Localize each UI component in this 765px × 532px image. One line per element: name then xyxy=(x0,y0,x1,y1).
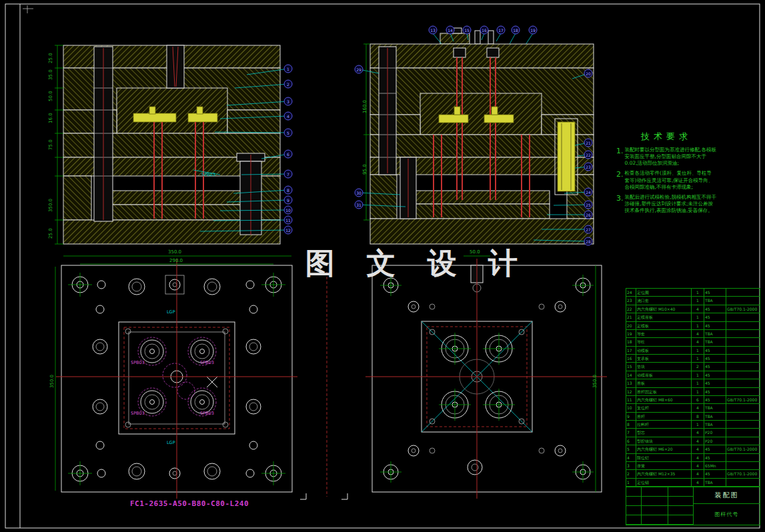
bom-row: 6 型腔镶块 4 P20 xyxy=(626,437,760,445)
bom-row: 21 定模座板 1 45 xyxy=(626,313,760,321)
balloon-callout: 23 xyxy=(584,163,593,171)
balloon-callout: 2 xyxy=(284,80,293,89)
bom-note xyxy=(726,388,760,395)
bom-qty: 4 xyxy=(692,445,704,453)
bom-seq: 24 xyxy=(626,289,636,296)
dimension-label: 290.0 xyxy=(169,258,183,263)
bom-name: 垫块 xyxy=(636,363,692,370)
bom-material: 45 xyxy=(704,445,726,453)
bom-name: 型腔镶块 xyxy=(636,437,692,445)
bom-qty: 4 xyxy=(692,462,704,469)
tech-requirements-title: 技术要求 xyxy=(616,131,716,143)
bom-row: 10 复位杆 4 T8A xyxy=(626,403,760,411)
bom-name: 限位钉 xyxy=(636,454,692,461)
balloon-callout: 14 xyxy=(446,26,455,35)
bom-seq: 20 xyxy=(626,322,636,329)
balloon-callout: 13 xyxy=(429,26,438,35)
bom-seq: 15 xyxy=(626,363,636,370)
watermark-text: 图 文 设 计 xyxy=(305,244,528,283)
balloon-callout: 7 xyxy=(284,170,293,179)
bom-qty: 1 xyxy=(692,355,704,362)
balloon-callout: 17 xyxy=(497,26,506,35)
balloon-callout: 10 xyxy=(284,206,293,215)
left-section-view xyxy=(55,45,288,244)
bom-row: 19 导套 4 T8A xyxy=(626,329,760,337)
part-label: SPB03 xyxy=(131,411,145,416)
bom-material: P20 xyxy=(704,429,726,436)
technical-requirements: 技术要求 1. 装配时要以分型面为基准进行修配,各模板安装面应平整,分型面贴合间… xyxy=(616,131,716,214)
bom-material: 45 xyxy=(704,305,726,313)
bom-name: 定模板 xyxy=(636,322,692,329)
balloon-callout: 20 xyxy=(584,69,593,78)
bom-qty: 1 xyxy=(692,289,704,296)
bom-seq: 22 xyxy=(626,305,636,313)
dimension-label: 75.0 xyxy=(48,139,53,150)
bom-name: 推杆 xyxy=(636,413,692,420)
bom-name: 内六角螺钉 M8×60 xyxy=(636,396,692,403)
bom-note xyxy=(726,462,760,469)
bom-note xyxy=(726,289,760,296)
bom-name: 导柱 xyxy=(636,338,692,345)
balloon-callout: 31 xyxy=(355,201,363,209)
bom-row: 9 推杆 8 T8A xyxy=(626,412,760,420)
bom-qty: 1 xyxy=(692,379,704,387)
balloon-callout: 4 xyxy=(284,112,293,121)
bom-seq: 5 xyxy=(626,445,636,453)
bom-note xyxy=(726,313,760,321)
dimension-label: 25.0 xyxy=(48,53,53,63)
bom-material: T8A xyxy=(704,421,726,428)
bom-name: 定位圈 xyxy=(636,289,692,296)
bom-qty: 1 xyxy=(692,322,704,329)
bom-material: 45 xyxy=(704,363,726,370)
part-label: SPB03 xyxy=(201,172,215,177)
balloon-callout: 8 xyxy=(284,186,293,195)
bom-material: 45 xyxy=(704,379,726,387)
drawing-code-label: 图样代号 xyxy=(694,504,760,525)
dimension-label: 95.0 xyxy=(362,164,367,175)
bom-note xyxy=(726,404,760,411)
bom-note xyxy=(726,363,760,370)
bom-note xyxy=(726,421,760,428)
dimension-label: 50.0 xyxy=(48,91,53,101)
bom-material: 45 xyxy=(704,388,726,395)
bom-seq: 3 xyxy=(626,462,636,469)
bom-seq: 16 xyxy=(626,355,636,362)
balloon-callout: 21 xyxy=(584,139,593,147)
balloon-callout: 29 xyxy=(355,65,363,74)
bom-note xyxy=(726,379,760,387)
bom-name: 内六角螺钉 M6×20 xyxy=(636,445,692,453)
tech-requirement-item: 3. 装配后进行试模检验,脱模机构相互不得干涉碰撞,塑件应达到设计要求;未注公差… xyxy=(616,194,716,214)
dimension-label: 160.0 xyxy=(362,100,367,113)
bom-qty: 4 xyxy=(692,330,704,337)
tech-item-number: 3. xyxy=(616,194,624,214)
bom-seq: 21 xyxy=(626,313,636,321)
balloon-callout: 1 xyxy=(284,65,293,73)
title-block: 装配图 图样代号 xyxy=(626,487,760,525)
bom-material: 45 xyxy=(704,347,726,354)
bom-name: 支承板 xyxy=(636,355,692,362)
title-block-revision-grid xyxy=(626,487,694,525)
bom-seq: 17 xyxy=(626,347,636,354)
bom-qty: 1 xyxy=(692,297,704,304)
part-label: SPB03 xyxy=(131,360,145,365)
bom-note xyxy=(726,479,760,486)
bom-row: 4 限位钉 4 45 xyxy=(626,453,760,461)
bom-seq: 18 xyxy=(626,338,636,345)
dimension-label: 350.0 xyxy=(592,375,598,388)
bom-row: 1 定位销 4 T8A xyxy=(626,478,760,486)
left-plan-view xyxy=(55,256,297,499)
bom-row: 7 型芯 4 P20 xyxy=(626,428,760,436)
bom-row: 11 内六角螺钉 M8×60 6 45 GB/T70.1-2000 xyxy=(626,395,760,403)
dimension-label: 35.0 xyxy=(48,69,53,80)
bom-qty: 2 xyxy=(692,363,704,370)
bom-row: 18 导柱 4 T8A xyxy=(626,337,760,345)
balloon-callout: 6 xyxy=(284,150,293,159)
bom-note xyxy=(726,347,760,354)
bom-note xyxy=(726,338,760,345)
right-plan-view xyxy=(365,256,607,499)
bom-note: GB/T70.1-2000 xyxy=(726,396,760,403)
bom-note: GB/T70.1-2000 xyxy=(726,470,760,477)
bom-material: 45 xyxy=(704,371,726,379)
bom-row: 2 内六角螺钉 M12×35 4 45 GB/T70.1-2000 xyxy=(626,469,760,477)
bom-material: 65Mn xyxy=(704,462,726,469)
